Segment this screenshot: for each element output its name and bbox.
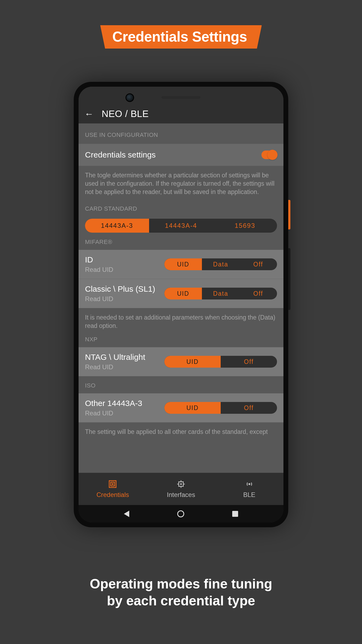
row-iso-other: Other 14443A-3 Read UID UID Off xyxy=(79,393,283,422)
section-iso: ISO xyxy=(79,376,283,393)
row-sub: Read UID xyxy=(85,409,142,417)
ntag-mode-segment: UID Off xyxy=(164,356,277,368)
android-home-icon[interactable] xyxy=(177,510,184,517)
card-standard-opt-14443a4[interactable]: 14443A-4 xyxy=(149,219,213,233)
toggle-switch[interactable] xyxy=(261,151,277,159)
nav-ble[interactable]: BLE xyxy=(215,473,283,505)
app-bar-title: NEO / BLE xyxy=(102,108,149,119)
svg-rect-2 xyxy=(112,483,113,485)
row-title: NTAG \ Ultralight xyxy=(85,353,145,362)
android-nav-bar xyxy=(79,505,283,522)
id-mode-segment: UID Data Off xyxy=(164,258,277,270)
credentials-icon xyxy=(108,479,117,489)
android-recents-icon[interactable] xyxy=(232,511,238,517)
nav-label: BLE xyxy=(243,491,255,499)
power-button xyxy=(288,200,290,229)
opt-off[interactable]: Off xyxy=(239,288,277,299)
opt-uid[interactable]: UID xyxy=(164,402,221,414)
row-nxp-ntag: NTAG \ Ultralight Read UID UID Off xyxy=(79,347,283,376)
caption-line1: Operating modes fine tuning xyxy=(90,576,272,591)
opt-uid[interactable]: UID xyxy=(164,356,221,368)
row-mifare-id: ID Read UID UID Data Off xyxy=(79,250,283,279)
credentials-toggle-desc: The togle determines whether a particula… xyxy=(79,166,283,199)
bottom-nav: Credentials Interfaces BLE xyxy=(79,473,283,505)
mifare-note: It is needed to set an additional parame… xyxy=(79,308,283,333)
android-back-icon[interactable] xyxy=(124,511,129,517)
opt-off[interactable]: Off xyxy=(239,258,277,270)
credentials-toggle-label: Credentials settings xyxy=(85,150,156,159)
camera-notch xyxy=(125,93,134,102)
card-standard-segment: 14443A-3 14443A-4 15693 xyxy=(85,219,277,233)
svg-point-9 xyxy=(248,483,250,485)
section-card-standard: CARD STANDARD xyxy=(79,199,283,217)
chip-icon xyxy=(176,479,186,489)
row-sub: Read UID xyxy=(85,266,113,273)
promo-caption: Operating modes fine tuning by each cred… xyxy=(0,576,362,609)
content-scroll[interactable]: USE IN CONFIGURATION Credentials setting… xyxy=(79,123,283,473)
row-sub: Read UID xyxy=(85,363,145,371)
row-sub: Read UID xyxy=(85,295,155,303)
section-nxp: NXP xyxy=(79,333,283,347)
opt-data[interactable]: Data xyxy=(202,288,239,299)
back-arrow-icon[interactable]: ← xyxy=(84,109,94,119)
nav-interfaces[interactable]: Interfaces xyxy=(147,473,215,505)
row-mifare-classic: Classic \ Plus (SL1) Read UID UID Data O… xyxy=(79,279,283,308)
opt-off[interactable]: Off xyxy=(221,356,277,368)
volume-button xyxy=(288,248,290,310)
opt-uid[interactable]: UID xyxy=(164,288,202,299)
opt-data[interactable]: Data xyxy=(202,258,239,270)
iso-note: The setting will be applied to all other… xyxy=(79,422,283,436)
card-standard-opt-15693[interactable]: 15693 xyxy=(213,219,277,233)
status-bar xyxy=(79,87,283,104)
classic-mode-segment: UID Data Off xyxy=(164,288,277,299)
other-mode-segment: UID Off xyxy=(164,402,277,414)
promo-banner: Credentials Settings xyxy=(100,25,262,49)
row-title: ID xyxy=(85,255,113,264)
credentials-toggle-row[interactable]: Credentials settings xyxy=(79,144,283,166)
nav-label: Interfaces xyxy=(167,491,195,499)
section-mifare: MIFARE® xyxy=(79,233,283,250)
opt-off[interactable]: Off xyxy=(221,402,277,414)
app-bar: ← NEO / BLE xyxy=(79,104,283,123)
section-use-in-config: USE IN CONFIGURATION xyxy=(79,123,283,144)
caption-line2: by each credential type xyxy=(107,593,255,608)
broadcast-icon xyxy=(245,479,254,489)
row-title: Classic \ Plus (SL1) xyxy=(85,284,155,294)
card-standard-opt-14443a3[interactable]: 14443A-3 xyxy=(85,219,149,233)
opt-uid[interactable]: UID xyxy=(164,258,202,270)
nav-credentials[interactable]: Credentials xyxy=(79,473,147,505)
svg-rect-4 xyxy=(180,483,182,485)
speaker-grill xyxy=(162,96,201,99)
phone-frame: ← NEO / BLE USE IN CONFIGURATION Credent… xyxy=(74,82,288,527)
row-title: Other 14443A-3 xyxy=(85,399,142,408)
nav-label: Credentials xyxy=(97,491,129,499)
